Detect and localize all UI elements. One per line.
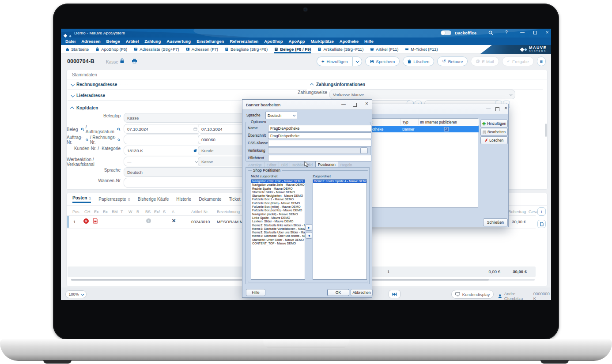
menu-apoapp[interactable]: ApoApp <box>289 39 305 44</box>
tab-belegliste[interactable]: Belegliste (Strg+F8) <box>225 45 268 53</box>
close-icon[interactable]: × <box>546 30 548 34</box>
zoom-select[interactable]: 100% <box>65 290 87 298</box>
list-item[interactable]: theme3: Startseite: Über uns rechts - Ma… <box>251 234 305 238</box>
ok-button[interactable]: OK <box>327 289 349 296</box>
list-item[interactable]: Navigation erste Zeile - Mauve DEMO <box>251 180 305 183</box>
section-kopfdaten[interactable]: Kopfdaten <box>71 105 98 110</box>
search-icon[interactable] <box>488 30 493 35</box>
menu-apotheke[interactable]: Apotheke <box>340 39 359 44</box>
list-item[interactable]: Fußzeile Box (rechts) - Mauve DEMO <box>251 209 305 212</box>
publish-checkbox[interactable]: ✓ <box>444 127 449 131</box>
restore-icon[interactable] <box>533 31 537 34</box>
banner-edit-titlebar[interactable]: Banner bearbeiten — × <box>242 100 372 110</box>
save-button[interactable]: Speichern <box>365 56 400 66</box>
css-field[interactable] <box>268 140 371 146</box>
minimize-icon[interactable]: — <box>520 30 525 34</box>
tab-startseite[interactable]: Startseite <box>65 45 89 53</box>
minimize-icon[interactable]: — <box>486 106 491 111</box>
maximize-icon[interactable] <box>353 103 357 107</box>
menu-adressen[interactable]: Adressen <box>81 39 100 44</box>
menu-marktplaetze[interactable]: Marktplätze <box>311 39 334 44</box>
list-item[interactable]: Rechte Spalte - Mauve DEMO <box>251 187 305 191</box>
list-item[interactable]: theme3: Startseite Über uns Slider - Mau… <box>251 231 305 234</box>
tab-posten[interactable]: Posten1 <box>72 195 91 203</box>
help-icon[interactable]: ? <box>505 30 508 35</box>
add-split-button[interactable]: +Hinzufügen <box>317 56 362 66</box>
menu-zahlung[interactable]: Zahlung <box>144 39 161 44</box>
skip-forward-button[interactable] <box>389 290 400 298</box>
more-menu-button[interactable]: ≡ <box>537 56 546 66</box>
auftragnr-field[interactable] <box>124 135 201 144</box>
banner-close-button[interactable]: Schließen <box>483 218 508 226</box>
ueberschrift-field[interactable]: FragDieApotheke <box>268 132 371 139</box>
list-item[interactable]: Fußzeile Box (links) - Mauve DEMO <box>251 202 305 205</box>
move-right-button[interactable]: ▶ <box>306 224 312 231</box>
tab-papierrezepte[interactable]: Papierrezepte0 <box>98 195 130 203</box>
sprache-select[interactable]: Deutsch <box>265 112 297 119</box>
list-item[interactable]: Fußzeile Box (mitte) - Mauve DEMO <box>251 205 305 209</box>
section-zahlungsinformationen[interactable]: Zahlungsinformationen <box>311 82 365 87</box>
list-item[interactable]: Navigation zweite Zeile - Mauve DEMO <box>251 183 305 187</box>
unassigned-listbox[interactable]: Navigation erste Zeile - Mauve DEMO Navi… <box>251 179 305 280</box>
print-icon[interactable] <box>132 58 137 64</box>
list-item[interactable]: CONTENT_TOP - Mauve DEMO <box>251 242 305 245</box>
menu-aposhop[interactable]: ApoShop <box>264 39 283 44</box>
section-lieferadresse[interactable]: Lieferadresse ····· <box>71 93 117 98</box>
v-scrollbar-thumb[interactable] <box>545 124 547 137</box>
menu-datei[interactable]: Datei <box>65 39 76 44</box>
tab-dokumente[interactable]: Dokumente <box>199 195 221 203</box>
kundendisplay-button[interactable]: Kundendisplay <box>451 290 494 299</box>
menu-einstellungen[interactable]: Einstellungen <box>196 39 224 44</box>
tab-adressen[interactable]: Adressen (F7) <box>186 45 218 53</box>
banner-add-button[interactable]: ✚ Hinzufügen <box>480 120 508 128</box>
list-item[interactable]: Linke Spalte - Mauve DEMO <box>251 216 305 220</box>
menu-referenzlisten[interactable]: Referenzlisten <box>230 39 258 44</box>
list-item[interactable]: theme3: Startseite Vorteilsboxen - Mauve… <box>251 227 305 231</box>
move-left-button[interactable]: ◀ <box>306 232 312 239</box>
menu-belege[interactable]: Belege <box>106 39 120 44</box>
list-item[interactable]: Fußzeile Box 1 - Mauve DEMO <box>251 198 305 201</box>
menu-hilfe[interactable]: Hilfe <box>364 39 374 44</box>
abbrechen-button[interactable]: Abbrechen <box>351 289 373 296</box>
list-item[interactable]: Startseite: Unter Slider - Mauve DEMO <box>251 238 305 242</box>
tab-bisherige-kaeufe[interactable]: Bisherige Käufe <box>138 195 169 203</box>
tab-belege-active[interactable]: Belege (F8 / F9) <box>274 45 311 53</box>
maximize-icon[interactable] <box>495 107 499 111</box>
close-icon[interactable]: × <box>365 101 368 106</box>
retoure-button[interactable]: ↺ Retoure <box>437 56 468 66</box>
list-item[interactable]: Startseite Neuigkeiten - Mauve DEMO <box>251 194 305 198</box>
list-item[interactable]: Lexikon_Slider - Mauve DEMO <box>251 220 305 223</box>
hilfe-button[interactable]: Hilfe <box>246 289 265 296</box>
tab-ticket[interactable]: Ticket <box>229 195 240 203</box>
add-dropdown-button[interactable] <box>352 56 362 66</box>
backoffice-toggle[interactable] <box>441 30 451 35</box>
tab-adressliste[interactable]: Adressliste (Strg+F7) <box>134 45 179 53</box>
assigned-listbox[interactable]: theme3: Footer Spalte 4 - Mauve DEMO <box>313 179 367 280</box>
freigabe-button[interactable]: ✓Freigabe <box>502 56 534 66</box>
section-rechnungsadresse[interactable]: Rechnungsadresse ····· <box>71 82 128 87</box>
banner-delete-button[interactable]: ✗ Löschen <box>480 136 508 144</box>
row-add-button[interactable]: + <box>537 207 546 216</box>
delete-button[interactable]: Löschen <box>403 56 434 66</box>
close-icon[interactable]: × <box>504 106 507 110</box>
a-remove-icon[interactable]: ✕ <box>172 218 176 224</box>
zahlungsweise-select[interactable]: Vorkasse Mauve <box>329 90 515 99</box>
name-field[interactable]: FragDieApotheke <box>268 125 371 131</box>
list-item[interactable]: Navigation (mobil) - Mauve DEMO <box>251 213 305 216</box>
add-button[interactable]: +Hinzufügen <box>317 56 352 66</box>
tab-aposhop[interactable]: ApoShop (F6) <box>95 45 127 53</box>
werbeaktion-select[interactable]: — <box>124 157 201 166</box>
browse-button[interactable]: ... <box>360 147 368 154</box>
tab-artikel[interactable]: Artikel (F11) <box>370 45 398 53</box>
email-button[interactable]: @E-Mail <box>471 56 499 66</box>
list-item[interactable]: theme3: Footer Spalte 4 - Mauve DEMO <box>313 180 366 183</box>
tab-historie[interactable]: Historie <box>176 195 191 203</box>
tab-artikelliste[interactable]: Artikelliste (Strg+F11) <box>317 45 363 53</box>
belegdatum-field[interactable]: 07.10.2024 <box>124 124 201 134</box>
menu-artikel[interactable]: Artikel <box>126 39 139 44</box>
kundennr-field[interactable]: 18139-K <box>124 146 201 155</box>
pflichttext-field[interactable] <box>268 155 371 161</box>
banner-edit-button[interactable]: Bearbeiten <box>480 128 508 136</box>
minimize-icon[interactable]: — <box>341 102 346 106</box>
tab-positionen[interactable]: Positionen <box>315 161 338 168</box>
